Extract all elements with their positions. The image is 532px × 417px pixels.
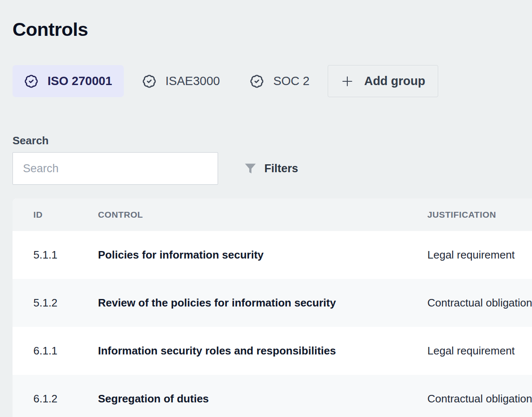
group-tabs: ISO 270001 ISAE3000 SOC 2 Add group [13, 65, 532, 97]
group-tab-iso-270001[interactable]: ISO 270001 [13, 65, 124, 97]
badge-check-icon [24, 74, 38, 88]
page-title: Controls [13, 18, 532, 42]
add-group-label: Add group [364, 74, 425, 88]
cell-id: 6.1.2 [33, 392, 98, 405]
cell-id: 5.1.2 [33, 296, 98, 309]
search-row: Filters [13, 152, 532, 185]
cell-control: Information security roles and responsib… [98, 344, 427, 357]
badge-check-icon [142, 74, 156, 88]
table-body: 5.1.1 Policies for information security … [13, 231, 532, 417]
search-input[interactable] [13, 152, 218, 185]
plus-icon [341, 75, 354, 88]
table-row[interactable]: 6.1.2 Segregation of duties Contractual … [13, 375, 532, 417]
filter-funnel-icon [244, 161, 257, 176]
cell-justification: Legal requirement [427, 344, 532, 357]
cell-control: Policies for information security [98, 249, 427, 261]
cell-control: Review of the policies for information s… [98, 296, 427, 309]
group-tab-soc-2[interactable]: SOC 2 [238, 65, 321, 97]
column-header-justification: JUSTIFICATION [427, 210, 532, 220]
controls-table: IDCONTROLJUSTIFICATION 5.1.1 Policies fo… [13, 198, 532, 417]
cell-justification: Contractual obligation [427, 296, 532, 309]
cell-id: 6.1.1 [33, 344, 98, 357]
column-header-control: CONTROL [98, 210, 427, 220]
filters-button[interactable]: Filters [244, 161, 298, 176]
table-header-row: IDCONTROLJUSTIFICATION [13, 198, 532, 231]
cell-id: 5.1.1 [33, 249, 98, 261]
group-tab-label: ISAE3000 [166, 74, 220, 88]
table-row[interactable]: 5.1.2 Review of the policies for informa… [13, 279, 532, 327]
cell-control: Segregation of duties [98, 392, 427, 405]
controls-page: Controls ISO 270001 ISAE3000 SOC 2 Add g… [0, 18, 532, 417]
table-row[interactable]: 6.1.1 Information security roles and res… [13, 327, 532, 375]
column-header-id: ID [33, 210, 98, 220]
filters-label: Filters [264, 162, 298, 175]
search-label: Search [13, 134, 532, 147]
group-tab-label: ISO 270001 [48, 74, 112, 88]
table-row[interactable]: 5.1.1 Policies for information security … [13, 231, 532, 279]
group-tab-isae3000[interactable]: ISAE3000 [130, 65, 232, 97]
cell-justification: Legal requirement [427, 249, 532, 261]
group-tab-label: SOC 2 [273, 74, 309, 88]
badge-check-icon [250, 74, 264, 88]
add-group-button[interactable]: Add group [328, 65, 438, 97]
cell-justification: Contractual obligation [427, 392, 532, 405]
